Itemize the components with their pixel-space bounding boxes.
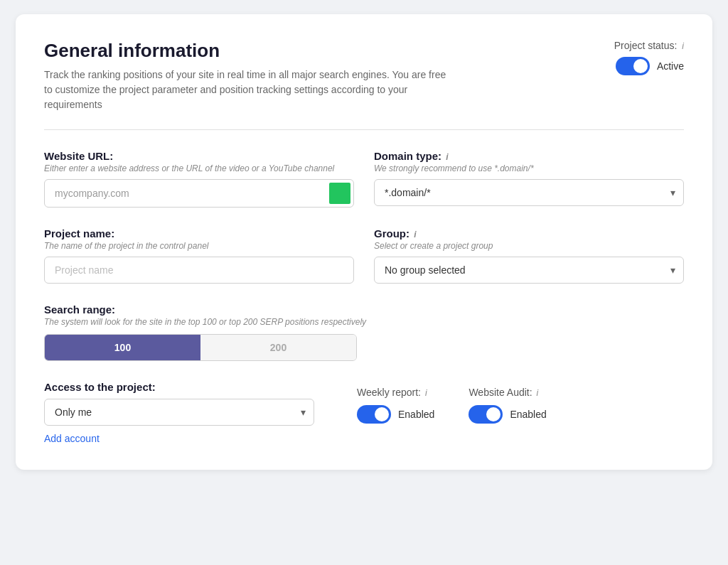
- page-description: Track the ranking positions of your site…: [44, 68, 456, 112]
- access-label: Access to the project:: [44, 381, 314, 393]
- website-audit-label: Website Audit: i: [469, 387, 538, 398]
- project-name-field: Project name: The name of the project in…: [44, 227, 354, 284]
- weekly-report-group: Weekly report: i Enabled: [357, 387, 434, 424]
- group-hint: Select or create a project group: [374, 241, 684, 251]
- website-audit-group: Website Audit: i Enabled: [469, 387, 546, 424]
- website-url-label: Website URL:: [44, 150, 354, 162]
- add-account-link[interactable]: Add account: [44, 433, 314, 444]
- url-domain-row: Website URL: Either enter a website addr…: [44, 150, 684, 208]
- weekly-report-toggle-row: Enabled: [357, 405, 434, 424]
- page-title: General information: [44, 40, 456, 62]
- project-name-hint: The name of the project in the control p…: [44, 241, 354, 251]
- project-name-label: Project name:: [44, 227, 354, 240]
- divider: [44, 129, 684, 130]
- project-name-input[interactable]: [44, 257, 354, 284]
- domain-type-select-wrapper: *.domain/* domain.com www.domain.com ▾: [374, 179, 684, 206]
- search-range-buttons: 100 200: [44, 334, 357, 361]
- access-row: Access to the project: Only me All users…: [44, 381, 684, 444]
- project-status-value: Active: [657, 60, 684, 72]
- website-url-input[interactable]: [45, 181, 329, 206]
- group-label: Group: i: [374, 227, 684, 240]
- header-left: General information Track the ranking po…: [44, 40, 456, 112]
- range-200-button[interactable]: 200: [200, 335, 356, 360]
- group-select-wrapper: No group selected ▾: [374, 257, 684, 284]
- project-status-group: Project status: i Active: [614, 40, 684, 75]
- search-range-label: Search range:: [44, 303, 684, 316]
- search-range-section: Search range: The system will look for t…: [44, 303, 684, 361]
- header-row: General information Track the ranking po…: [44, 40, 684, 112]
- weekly-report-toggle[interactable]: [357, 405, 391, 424]
- website-url-input-wrapper: [44, 179, 354, 208]
- group-select[interactable]: No group selected: [374, 257, 684, 284]
- website-audit-toggle-row: Enabled: [469, 405, 546, 424]
- weekly-report-label: Weekly report: i: [357, 387, 427, 398]
- weekly-report-info-icon: i: [425, 388, 427, 398]
- toggle-thumb: [375, 407, 389, 421]
- green-indicator: [329, 183, 350, 204]
- group-info-icon: i: [414, 230, 416, 240]
- toggle-thumb: [486, 407, 500, 421]
- domain-type-field: Domain type: i We strongly recommend to …: [374, 150, 684, 208]
- project-status-label: Project status: i: [614, 40, 684, 51]
- search-range-hint: The system will look for the site in the…: [44, 317, 684, 327]
- toggle-track: [616, 57, 650, 75]
- toggles-area: Weekly report: i Enabled Website Audit:: [357, 381, 547, 424]
- toggle-track: [357, 405, 391, 424]
- domain-type-label: Domain type: i: [374, 150, 684, 162]
- domain-type-select[interactable]: *.domain/* domain.com www.domain.com: [374, 179, 684, 206]
- project-status-toggle-row: Active: [616, 57, 684, 75]
- domain-type-hint: We strongly recommend to use *.domain/*: [374, 163, 684, 173]
- range-100-button[interactable]: 100: [45, 335, 200, 360]
- website-audit-toggle[interactable]: [469, 405, 503, 424]
- access-section: Access to the project: Only me All users…: [44, 381, 314, 444]
- website-url-field: Website URL: Either enter a website addr…: [44, 150, 354, 208]
- project-status-toggle[interactable]: [616, 57, 650, 75]
- project-group-row: Project name: The name of the project in…: [44, 227, 684, 284]
- toggle-thumb: [633, 59, 648, 73]
- weekly-report-status: Enabled: [398, 409, 434, 420]
- website-url-hint: Either enter a website address or the UR…: [44, 163, 354, 173]
- access-select[interactable]: Only me All users Selected users: [44, 399, 314, 426]
- group-field: Group: i Select or create a project grou…: [374, 227, 684, 284]
- domain-type-info-icon: i: [446, 152, 448, 162]
- website-audit-info-icon: i: [537, 388, 539, 398]
- toggle-track: [469, 405, 503, 424]
- access-select-wrapper: Only me All users Selected users ▾: [44, 399, 314, 426]
- website-audit-status: Enabled: [510, 409, 546, 420]
- project-status-info-icon: i: [682, 41, 684, 51]
- general-information-card: General information Track the ranking po…: [16, 14, 712, 470]
